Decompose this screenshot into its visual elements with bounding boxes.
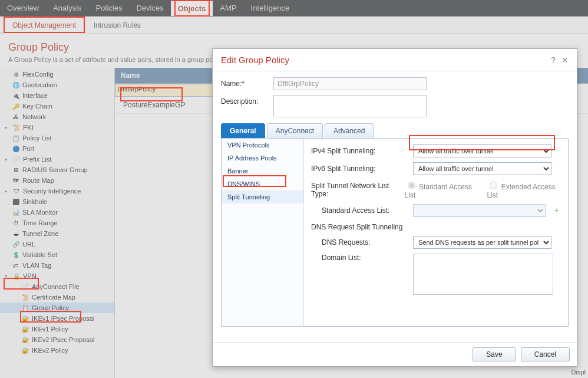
edit-group-policy-modal: Edit Group Policy ? ✕ Name:* Description… <box>212 48 577 367</box>
side-dns-wins[interactable]: DNS/WINS <box>222 178 303 190</box>
dns-requests-select[interactable]: Send DNS requests as per split tunnel po… <box>413 236 551 249</box>
split-tunneling-settings: IPv4 Split Tunneling: Allow all traffic … <box>304 139 568 326</box>
tab-general[interactable]: General <box>221 123 265 138</box>
ipv4-split-select[interactable]: Allow all traffic over tunnel <box>413 144 551 157</box>
name-input[interactable] <box>273 77 427 90</box>
tab-anyconnect[interactable]: AnyConnect <box>267 123 323 138</box>
ipv6-split-label: IPv6 Split Tunneling: <box>311 165 408 173</box>
domain-list-box[interactable] <box>413 254 553 295</box>
radio-standard-acl[interactable]: Standard Access List <box>405 180 478 199</box>
footer-hint: Displ <box>572 369 586 376</box>
modal-titlebar: Edit Group Policy ? ✕ <box>213 49 577 71</box>
std-acl-select <box>413 204 546 217</box>
side-ip-address-pools[interactable]: IP Address Pools <box>222 152 303 165</box>
name-label: Name:* <box>221 77 265 88</box>
ipv6-split-select[interactable]: Allow all traffic over tunnel <box>413 162 551 175</box>
general-side-list: VPN Protocols IP Address Pools Banner DN… <box>222 139 304 326</box>
save-button[interactable]: Save <box>473 347 516 361</box>
radio-extended-acl[interactable]: Extended Access List <box>487 180 561 199</box>
modal-body: Name:* Description: General AnyConnect A… <box>213 71 577 342</box>
dns-section-label: DNS Request Split Tunneling <box>311 223 408 231</box>
domain-list-label: Domain List: <box>311 254 408 262</box>
ipv4-split-label: IPv4 Split Tunneling: <box>311 147 408 155</box>
cancel-button[interactable]: Cancel <box>521 347 570 361</box>
network-list-type-label: Split Tunnel Network List Type: <box>311 182 400 198</box>
side-vpn-protocols[interactable]: VPN Protocols <box>222 139 303 152</box>
tab-advanced[interactable]: Advanced <box>325 123 374 138</box>
description-input[interactable] <box>273 95 427 117</box>
modal-title: Edit Group Policy <box>221 55 289 65</box>
add-acl-icon[interactable]: ＋ <box>553 205 561 216</box>
side-banner[interactable]: Banner <box>222 165 303 178</box>
side-split-tunneling[interactable]: Split Tunneling <box>222 190 303 203</box>
modal-tab-body: VPN Protocols IP Address Pools Banner DN… <box>221 138 569 327</box>
close-icon[interactable]: ✕ <box>561 55 569 65</box>
help-icon[interactable]: ? <box>551 55 556 65</box>
dns-requests-label: DNS Requests: <box>311 238 408 246</box>
description-label: Description: <box>221 95 265 106</box>
modal-tabbar: General AnyConnect Advanced <box>221 123 569 138</box>
std-acl-label: Standard Access List: <box>311 206 408 215</box>
modal-footer: Save Cancel <box>213 342 577 366</box>
